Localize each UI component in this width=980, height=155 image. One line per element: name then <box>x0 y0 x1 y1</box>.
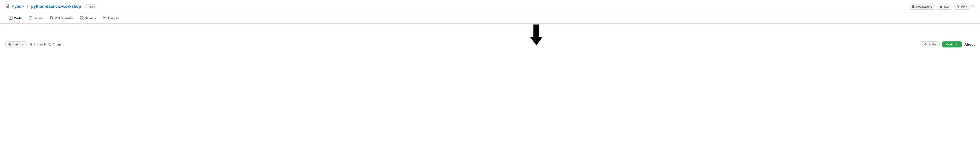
tab-security[interactable]: Security <box>76 13 100 23</box>
branch-count-link[interactable]: 1 branch <box>29 43 46 46</box>
repo-nav: Code Issues Pull requests Security <box>0 13 980 24</box>
security-icon <box>80 16 83 20</box>
pull-requests-icon <box>50 16 53 20</box>
insights-icon <box>103 16 107 20</box>
tags-count-label: tags <box>56 43 62 46</box>
fork-label: Fork <box>961 5 967 8</box>
code-btn-label: Code <box>946 43 953 46</box>
code-tab-label: Code <box>14 16 22 20</box>
branch-count-number: 1 <box>34 43 35 46</box>
about-label: About <box>964 43 975 46</box>
tab-pull-requests[interactable]: Pull requests <box>46 13 76 23</box>
branch-name-label: main <box>13 43 19 46</box>
tab-code[interactable]: Code <box>5 13 25 23</box>
star-button[interactable]: Star <box>937 3 952 10</box>
tab-insights[interactable]: Insights <box>100 13 122 23</box>
branch-selector[interactable]: main <box>5 42 27 48</box>
repo-header: <you> / python-data-viz-workshop Public … <box>0 0 980 13</box>
security-tab-label: Security <box>84 16 96 20</box>
visibility-badge: Public <box>85 5 97 9</box>
tab-issues[interactable]: Issues <box>25 13 46 23</box>
tags-count-link[interactable]: 0 tags <box>48 43 61 46</box>
tags-count-number: 0 <box>53 43 54 46</box>
repo-owner-link[interactable]: <you> <box>12 4 24 9</box>
star-label: Star <box>944 5 949 8</box>
fork-button-group: Fork <box>954 3 975 10</box>
issues-icon <box>29 16 32 20</box>
go-to-file-button[interactable]: Go to file <box>921 42 940 48</box>
code-icon <box>9 16 13 20</box>
notifications-button[interactable]: Notifications <box>909 3 935 10</box>
issues-tab-label: Issues <box>33 16 43 20</box>
code-dropdown-button[interactable]: Code <box>942 42 962 48</box>
repo-name-link[interactable]: python-data-viz-workshop <box>31 4 81 9</box>
pull-requests-tab-label: Pull requests <box>54 16 73 20</box>
branch-count-label: branch <box>37 43 46 46</box>
fork-count[interactable] <box>970 5 975 8</box>
insights-tab-label: Insights <box>108 16 119 20</box>
repo-icon <box>5 4 10 9</box>
repo-separator: / <box>27 4 28 9</box>
notifications-label: Notifications <box>916 5 932 8</box>
header-actions: Notifications Star Fork <box>909 3 975 10</box>
fork-button[interactable]: Fork <box>954 3 970 10</box>
repo-toolbar: main 1 branch 0 tags Go to file Code Abo… <box>0 24 980 51</box>
